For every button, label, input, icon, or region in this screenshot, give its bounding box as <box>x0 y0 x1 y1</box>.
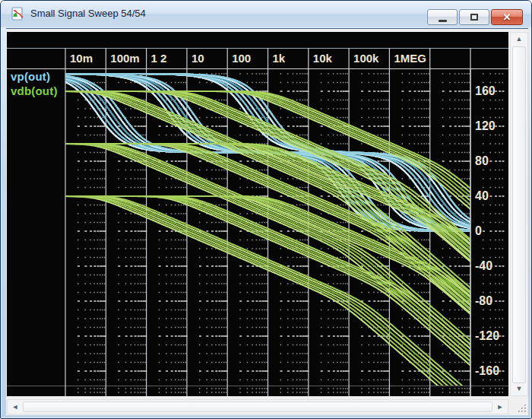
y-axis-tick-label: -120 <box>475 329 507 344</box>
horizontal-scrollbar[interactable]: ◄ ► <box>7 399 508 414</box>
freq-tick-label: 10k <box>313 49 332 68</box>
freq-tick-label: 1k <box>273 49 286 68</box>
vertical-scroll-thumb[interactable] <box>512 46 526 383</box>
legend-vp-out: vp(out) <box>11 70 50 83</box>
close-icon: ✕ <box>503 10 511 24</box>
app-window: Small Signal Sweep 54/54 ✕ vp(out) vdb(o… <box>0 0 532 419</box>
y-axis-tick-label: -40 <box>475 259 507 274</box>
waveform-document-icon <box>11 7 25 21</box>
scroll-down-icon[interactable]: ▼ <box>511 382 527 395</box>
scroll-left-icon[interactable]: ◄ <box>8 400 23 414</box>
window-title: Small Signal Sweep 54/54 <box>30 1 146 27</box>
y-axis-tick-label: 80 <box>475 154 507 169</box>
title-bar[interactable]: Small Signal Sweep 54/54 ✕ <box>1 1 532 27</box>
window-controls: ✕ <box>427 9 523 25</box>
minimize-button[interactable] <box>427 9 458 25</box>
freq-tick-label: 1MEG <box>394 49 426 68</box>
y-axis-tick-label: 0 <box>475 224 507 239</box>
y-axis-tick-label: -80 <box>475 294 507 309</box>
resize-grip-icon[interactable] <box>517 403 527 414</box>
plot-area: vp(out) vdb(out) 10m100m1 2101001k10k100… <box>7 32 508 396</box>
close-button[interactable]: ✕ <box>491 9 523 25</box>
plot-window-client: vp(out) vdb(out) 10m100m1 2101001k10k100… <box>6 28 528 415</box>
horizontal-scroll-thumb[interactable] <box>23 402 492 412</box>
freq-tick-label: 100 <box>232 49 251 68</box>
y-axis-tick-label: 40 <box>475 189 507 204</box>
legend-vdb-out: vdb(out) <box>11 84 58 97</box>
y-axis-tick-label: -160 <box>475 363 507 379</box>
y-axis-tick-label: 160 <box>475 84 507 99</box>
freq-tick-label: 10 <box>192 49 204 68</box>
freq-tick-label: 1 2 <box>151 49 167 68</box>
freq-tick-label: 100m <box>110 49 139 68</box>
vertical-scrollbar[interactable]: ▲ ▼ <box>510 32 528 396</box>
restore-button[interactable] <box>459 9 489 25</box>
restore-icon <box>470 14 478 21</box>
scroll-up-icon[interactable]: ▲ <box>511 33 527 46</box>
y-axis-tick-label: 120 <box>475 119 507 134</box>
scroll-right-icon[interactable]: ► <box>492 400 508 414</box>
chart-canvas[interactable] <box>7 32 508 396</box>
freq-tick-label: 100k <box>353 49 378 68</box>
minimize-icon <box>439 20 447 22</box>
freq-tick-label: 10m <box>70 49 93 68</box>
